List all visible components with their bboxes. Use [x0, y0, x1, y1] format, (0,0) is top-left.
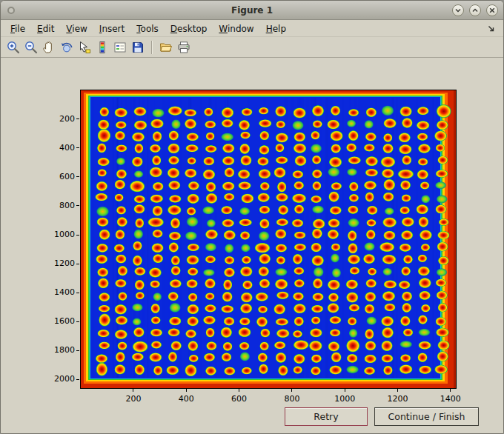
save-icon	[130, 40, 145, 55]
x-tick-label: 400	[170, 394, 202, 404]
x-tick-label: 600	[223, 394, 256, 404]
titlebar[interactable]: Figure 1	[1, 1, 503, 20]
data-cursor-button[interactable]	[76, 39, 93, 56]
minimize-icon	[454, 6, 462, 15]
y-tick-mark	[76, 235, 79, 236]
open-folder-button[interactable]	[158, 39, 174, 56]
menu-item-help[interactable]: Help	[260, 22, 292, 36]
x-tick-mark	[239, 389, 239, 392]
y-tick-mark	[76, 321, 79, 322]
insert-colorbar-button[interactable]	[94, 39, 110, 56]
x-tick-label: 1400	[434, 394, 467, 404]
insert-legend-icon	[113, 40, 127, 55]
x-tick-mark	[291, 389, 292, 392]
retry-button[interactable]: Retry	[285, 407, 368, 426]
menu-item-tools[interactable]: Tools	[130, 22, 165, 36]
minimize-button[interactable]	[452, 4, 464, 16]
x-tick-mark	[186, 389, 187, 392]
insert-legend-button[interactable]	[112, 39, 128, 56]
y-tick-label: 600	[41, 172, 75, 181]
y-tick-mark	[76, 264, 79, 264]
toolbar-separator	[151, 41, 153, 54]
menu-item-edit[interactable]: Edit	[31, 22, 60, 36]
rotate-3d-icon	[59, 40, 74, 55]
y-tick-mark	[76, 293, 79, 293]
y-tick-mark	[76, 176, 79, 177]
y-tick-label: 1800	[41, 345, 75, 355]
pan-button[interactable]	[41, 39, 57, 56]
close-icon	[488, 6, 497, 15]
y-tick-mark	[76, 118, 79, 119]
y-tick-mark	[76, 350, 79, 351]
x-tick-mark	[345, 389, 345, 392]
dock-figure-icon[interactable]	[486, 23, 497, 33]
pan-icon	[42, 40, 56, 55]
y-tick-label: 1400	[41, 287, 75, 297]
y-tick-label: 2000	[41, 374, 75, 384]
x-tick-mark	[133, 389, 133, 392]
menu-item-file[interactable]: File	[4, 22, 31, 36]
y-tick-mark	[76, 205, 79, 206]
figure-window: Figure 1 FileEditViewInsertToolsDesktopW…	[0, 0, 504, 434]
axes	[80, 90, 457, 389]
continue-finish-button[interactable]: Continue / Finish	[374, 407, 479, 426]
menu-item-window[interactable]: Window	[213, 22, 259, 36]
print-icon	[176, 40, 191, 55]
x-tick-label: 200	[117, 394, 150, 404]
x-tick-label: 1200	[382, 394, 414, 404]
zoom-out-button[interactable]	[23, 39, 39, 56]
plate-image	[81, 90, 456, 388]
zoom-in-icon	[6, 40, 21, 55]
x-tick-mark	[450, 389, 451, 392]
figure-canvas-area: 2004006008001000120014002004006008001000…	[1, 59, 503, 433]
zoom-in-button[interactable]	[5, 39, 21, 56]
y-tick-label: 200	[41, 114, 75, 124]
menu-item-view[interactable]: View	[60, 22, 93, 36]
x-tick-label: 800	[276, 394, 308, 404]
print-button[interactable]	[176, 39, 192, 56]
maximize-icon	[471, 6, 480, 15]
y-tick-mark	[76, 147, 79, 148]
zoom-out-icon	[24, 40, 39, 55]
window-controls	[452, 4, 498, 16]
y-tick-label: 400	[41, 143, 75, 153]
insert-colorbar-icon	[95, 40, 110, 55]
open-folder-icon	[159, 40, 173, 55]
y-tick-label: 1200	[41, 258, 75, 268]
y-tick-mark	[76, 379, 79, 380]
rotate-3d-button[interactable]	[59, 39, 75, 56]
toolbar	[1, 38, 503, 58]
menu-item-insert[interactable]: Insert	[93, 22, 130, 36]
x-tick-label: 1000	[328, 394, 361, 404]
y-tick-label: 1600	[41, 316, 75, 326]
close-button[interactable]	[486, 4, 498, 16]
y-tick-label: 800	[41, 201, 75, 210]
save-button[interactable]	[130, 39, 146, 56]
menubar: FileEditViewInsertToolsDesktopWindowHelp	[1, 21, 503, 37]
maximize-button[interactable]	[469, 4, 481, 16]
window-title: Figure 1	[1, 5, 503, 16]
data-cursor-icon	[77, 40, 92, 55]
y-tick-label: 1000	[41, 230, 75, 239]
x-tick-mark	[397, 389, 398, 392]
menu-item-desktop[interactable]: Desktop	[165, 22, 213, 36]
